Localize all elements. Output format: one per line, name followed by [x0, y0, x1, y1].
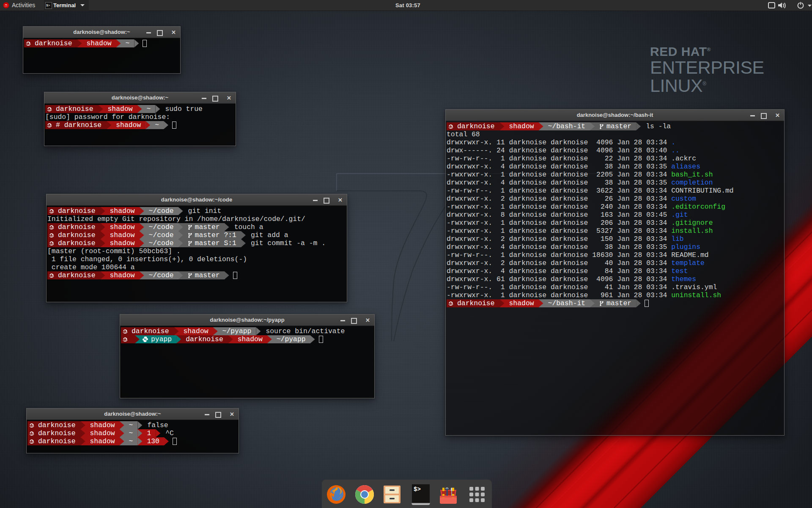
svg-text:$>: $> — [414, 486, 421, 493]
